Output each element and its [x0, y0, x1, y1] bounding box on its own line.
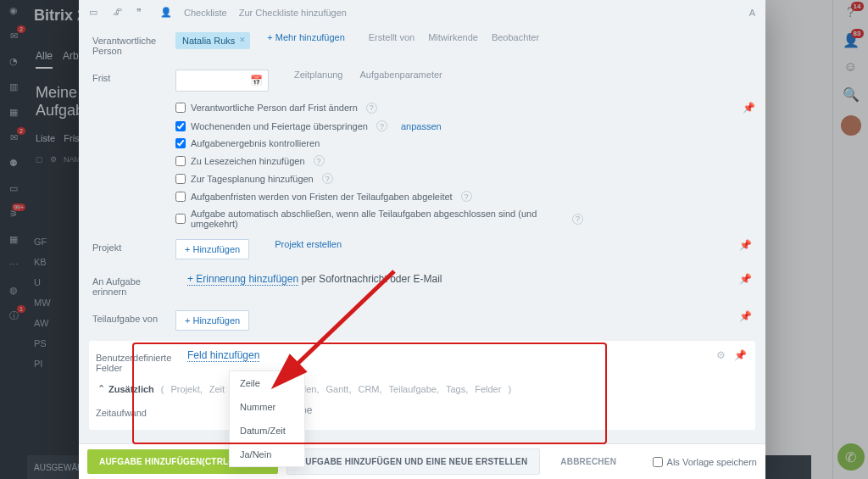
help-icon[interactable]: ?: [376, 120, 387, 131]
gear-icon[interactable]: ⚙: [716, 349, 726, 361]
avatar[interactable]: [841, 115, 861, 136]
smile-icon[interactable]: ☺: [843, 59, 859, 75]
col-check-icon[interactable]: ▢: [36, 155, 43, 164]
col-gear-icon[interactable]: ⚙: [50, 155, 57, 164]
nav-mail-icon[interactable]: ✉2: [7, 131, 20, 144]
dd-option-string[interactable]: Zeile: [230, 371, 304, 395]
adjust-link[interactable]: anpassen: [401, 121, 442, 131]
subtask-add-button[interactable]: + Hinzufügen: [175, 310, 249, 331]
responsible-label: Verantwortliche Person: [92, 32, 165, 56]
save-template-check[interactable]: Als Vorlage speichern: [653, 457, 757, 467]
nav-more-icon[interactable]: ⋯: [7, 258, 20, 271]
chk-result-control[interactable]: [175, 138, 186, 148]
userfields-label: Benutzerdefinierte Felder: [96, 349, 177, 373]
nav-disk-icon[interactable]: ▭: [7, 181, 20, 195]
responsible-chip[interactable]: Natalia Ruks: [175, 32, 250, 49]
deadline-input[interactable]: 📅: [175, 70, 269, 92]
participants-link[interactable]: Mitwirkende: [428, 32, 478, 42]
dd-option-number[interactable]: Nummer: [230, 395, 304, 419]
app-icon-sidebar: ◉ ✉2 ◔ ▥ ▦ ✉2 ⚉ ▭ ⚞99+ ▦ ⋯ ◍ ⓘ1: [0, 0, 27, 479]
chk-bookmark[interactable]: [175, 156, 186, 166]
mention-icon[interactable]: 👤: [160, 7, 172, 19]
additional-label[interactable]: Zusätzlich: [108, 384, 154, 394]
pin-icon[interactable]: 📌: [739, 239, 752, 251]
search-icon[interactable]: 🔍: [843, 86, 859, 102]
project-label: Projekt: [92, 239, 165, 253]
remind-label: An Aufgabe erinnern: [92, 273, 177, 297]
pin-icon[interactable]: 📌: [743, 102, 755, 114]
chk-dayplan[interactable]: [175, 174, 186, 184]
help-icon[interactable]: ?: [461, 191, 472, 202]
font-toggle[interactable]: A: [749, 8, 755, 18]
subtab-list[interactable]: Liste: [36, 133, 55, 143]
add-to-checklist-link[interactable]: Zur Checkliste hinzufügen: [239, 8, 347, 18]
quote-icon[interactable]: ❞: [136, 7, 148, 19]
subtask-label: Teilaufgabe von: [92, 310, 165, 324]
nav-apps-icon[interactable]: ▦: [7, 232, 20, 246]
task-modal: ▭ 🖇 ❞ 👤 Checkliste Zur Checkliste hinzuf…: [79, 0, 765, 479]
nav-chart-icon[interactable]: ▥: [7, 80, 20, 93]
observer-link[interactable]: Beobachter: [492, 32, 539, 42]
chk-derive-deadline[interactable]: [175, 192, 186, 202]
project-create-link[interactable]: Projekt erstellen: [275, 239, 342, 249]
deadline-label: Frist: [92, 70, 165, 83]
chk-resp-deadline[interactable]: [175, 103, 186, 113]
nav-msg-icon[interactable]: ✉2: [7, 29, 20, 42]
pin-icon[interactable]: 📌: [739, 273, 752, 285]
nav-info-icon[interactable]: ⓘ1: [7, 309, 20, 322]
submit-and-new-button[interactable]: AUFGABE HINZUFÜGEN UND EINE NEUE ERSTELL…: [287, 448, 541, 475]
tab-all[interactable]: Alle: [36, 50, 53, 69]
checklist-link[interactable]: Checkliste: [184, 8, 227, 18]
nav-globe-icon[interactable]: ◍: [7, 283, 20, 297]
dd-option-boolean[interactable]: Ja/Nein: [230, 443, 304, 466]
help-icon[interactable]: ?: [314, 155, 325, 166]
field-type-dropdown: Zeile Nummer Datum/Zeit Ja/Nein: [229, 370, 305, 467]
help-icon[interactable]: ?: [322, 173, 333, 184]
attach-outline-icon[interactable]: ▭: [89, 7, 101, 19]
effort-label: Zeitaufwand: [96, 404, 177, 418]
call-button[interactable]: ✆: [837, 443, 865, 471]
chk-auto-close[interactable]: [175, 214, 186, 224]
pin-icon[interactable]: 📌: [734, 349, 747, 361]
right-sidebar: ?14 👤83 ☺ 🔍 ✆: [832, 0, 868, 479]
logo-icon[interactable]: ◉: [7, 3, 20, 17]
link-icon[interactable]: 🖇: [113, 7, 125, 19]
add-more-link[interactable]: + Mehr hinzufügen: [267, 32, 344, 42]
nav-cal-icon[interactable]: ▦: [7, 105, 20, 119]
chevron-down-icon[interactable]: ⌃: [97, 383, 105, 394]
dd-option-datetime[interactable]: Datum/Zeit: [230, 419, 304, 443]
nav-people-icon[interactable]: ⚉: [7, 156, 20, 170]
chk-skip-weekends[interactable]: [175, 121, 186, 131]
task-params-link[interactable]: Aufgabenparameter: [360, 70, 442, 80]
add-field-link[interactable]: Feld hinzufügen: [187, 349, 259, 362]
project-add-button[interactable]: + Hinzufügen: [175, 239, 249, 259]
notify-icon[interactable]: 👤83: [843, 32, 859, 47]
help-icon[interactable]: ?14: [843, 5, 859, 20]
add-reminder-link[interactable]: + Erinnerung hinzufügen: [187, 273, 298, 286]
nav-filter-icon[interactable]: ⚞99+: [7, 207, 20, 220]
help-icon[interactable]: ?: [572, 214, 583, 225]
help-icon[interactable]: ?: [366, 103, 377, 114]
created-by-link[interactable]: Erstellt von: [369, 32, 415, 42]
nav-clock-icon[interactable]: ◔: [7, 54, 20, 68]
pin-icon[interactable]: 📌: [739, 310, 752, 322]
cancel-button[interactable]: ABBRECHEN: [548, 449, 628, 474]
time-planning-link[interactable]: Zeitplanung: [294, 70, 343, 80]
